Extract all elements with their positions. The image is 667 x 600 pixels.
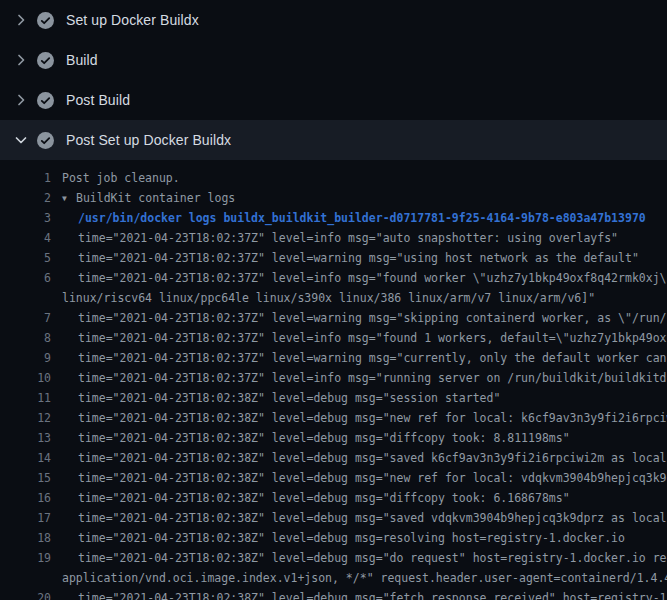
log-text: time="2021-04-23T18:02:37Z" level=info m… [78,228,618,248]
log-text: time="2021-04-23T18:02:38Z" level=debug … [78,488,570,508]
step-label: Post Build [66,92,130,108]
log-text: time="2021-04-23T18:02:37Z" level=warnin… [78,248,639,268]
log-row: 14time="2021-04-23T18:02:38Z" level=debu… [0,448,667,468]
success-check-icon [37,92,54,109]
chevron-right-icon [13,52,29,68]
chevron-down-icon [13,132,29,148]
line-number [0,568,51,588]
log-text: time="2021-04-23T18:02:38Z" level=debug … [78,468,667,488]
line-number[interactable]: 12 [0,408,51,428]
log-row: 20time="2021-04-23T18:02:38Z" level=debu… [0,588,667,600]
line-number [0,288,51,308]
log-text: time="2021-04-23T18:02:38Z" level=debug … [78,588,667,600]
log-row: 2▼BuildKit container logs [0,188,667,208]
step-label: Build [66,52,98,68]
success-check-icon [37,132,54,149]
line-number[interactable]: 8 [0,328,51,348]
log-row: 15time="2021-04-23T18:02:38Z" level=debu… [0,468,667,488]
log-text: time="2021-04-23T18:02:38Z" level=debug … [78,428,570,448]
line-number[interactable]: 2 [0,188,51,208]
step-label: Post Set up Docker Buildx [66,132,231,148]
workflow-steps-list: Set up Docker Buildx Build Post Build Po… [0,0,667,160]
log-row: 18time="2021-04-23T18:02:38Z" level=debu… [0,528,667,548]
line-number[interactable]: 20 [0,588,51,600]
log-row: 11time="2021-04-23T18:02:38Z" level=debu… [0,388,667,408]
log-text: linux/riscv64 linux/ppc64le linux/s390x … [62,288,595,308]
log-row: 8time="2021-04-23T18:02:37Z" level=info … [0,328,667,348]
log-row: 17time="2021-04-23T18:02:38Z" level=debu… [0,508,667,528]
log-area: 1Post job cleanup.2▼BuildKit container l… [0,160,667,600]
log-row: 4time="2021-04-23T18:02:37Z" level=info … [0,228,667,248]
log-text: time="2021-04-23T18:02:38Z" level=debug … [78,408,667,428]
log-text: time="2021-04-23T18:02:37Z" level=warnin… [78,308,667,328]
log-text: time="2021-04-23T18:02:38Z" level=debug … [78,528,625,548]
line-number[interactable]: 3 [0,208,51,228]
log-row: application/vnd.oci.image.index.v1+json,… [0,568,667,588]
line-number[interactable]: 15 [0,468,51,488]
collapse-triangle-icon[interactable]: ▼ [62,189,76,208]
log-row: linux/riscv64 linux/ppc64le linux/s390x … [0,288,667,308]
log-row: 6time="2021-04-23T18:02:37Z" level=info … [0,268,667,288]
line-number[interactable]: 10 [0,368,51,388]
log-text: time="2021-04-23T18:02:37Z" level=warnin… [78,348,667,368]
log-text: Post job cleanup. [62,168,180,188]
line-number[interactable]: 14 [0,448,51,468]
log-text: time="2021-04-23T18:02:37Z" level=info m… [78,328,667,348]
log-row: 5time="2021-04-23T18:02:37Z" level=warni… [0,248,667,268]
log-text: time="2021-04-23T18:02:37Z" level=info m… [78,268,667,288]
log-row: 9time="2021-04-23T18:02:37Z" level=warni… [0,348,667,368]
success-check-icon [37,52,54,69]
line-number[interactable]: 5 [0,248,51,268]
log-text: time="2021-04-23T18:02:38Z" level=debug … [78,508,667,528]
line-number[interactable]: 13 [0,428,51,448]
line-number[interactable]: 19 [0,548,51,568]
log-row: 1Post job cleanup. [0,168,667,188]
line-number[interactable]: 16 [0,488,51,508]
step-row-post-setup-docker-buildx[interactable]: Post Set up Docker Buildx [0,120,667,160]
log-text: application/vnd.oci.image.index.v1+json,… [62,568,667,588]
step-row-post-build[interactable]: Post Build [0,80,667,120]
chevron-right-icon [13,92,29,108]
chevron-right-icon [13,12,29,28]
line-number[interactable]: 11 [0,388,51,408]
line-number[interactable]: 17 [0,508,51,528]
step-row-setup-docker-buildx[interactable]: Set up Docker Buildx [0,0,667,40]
log-row: 19time="2021-04-23T18:02:38Z" level=debu… [0,548,667,568]
log-row: 12time="2021-04-23T18:02:38Z" level=debu… [0,408,667,428]
step-label: Set up Docker Buildx [66,12,199,28]
log-text: time="2021-04-23T18:02:38Z" level=debug … [78,548,667,568]
line-number[interactable]: 4 [0,228,51,248]
log-row: 13time="2021-04-23T18:02:38Z" level=debu… [0,428,667,448]
line-number[interactable]: 1 [0,168,51,188]
line-number[interactable]: 9 [0,348,51,368]
success-check-icon [37,12,54,29]
log-text: time="2021-04-23T18:02:37Z" level=info m… [78,368,667,388]
line-number[interactable]: 7 [0,308,51,328]
line-number[interactable]: 18 [0,528,51,548]
step-row-build[interactable]: Build [0,40,667,80]
command-text: /usr/bin/docker logs buildx_buildkit_bui… [78,208,646,228]
group-toggle-text[interactable]: ▼BuildKit container logs [62,188,235,208]
log-row: 7time="2021-04-23T18:02:37Z" level=warni… [0,308,667,328]
log-text: time="2021-04-23T18:02:38Z" level=debug … [78,448,667,468]
log-lines: 1Post job cleanup.2▼BuildKit container l… [0,168,667,600]
log-row: 3/usr/bin/docker logs buildx_buildkit_bu… [0,208,667,228]
log-row: 10time="2021-04-23T18:02:37Z" level=info… [0,368,667,388]
log-text: time="2021-04-23T18:02:38Z" level=debug … [78,388,500,408]
line-number[interactable]: 6 [0,268,51,288]
log-row: 16time="2021-04-23T18:02:38Z" level=debu… [0,488,667,508]
